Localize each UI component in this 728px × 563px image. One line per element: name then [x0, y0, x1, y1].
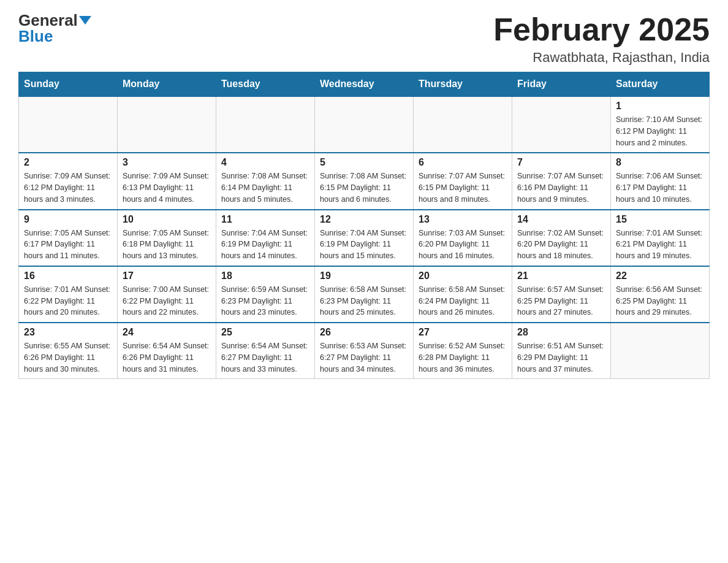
calendar-week-row: 23Sunrise: 6:55 AM Sunset: 6:26 PM Dayli… [19, 323, 710, 379]
calendar-cell [216, 96, 315, 153]
day-number: 17 [123, 270, 211, 282]
day-info: Sunrise: 7:04 AM Sunset: 6:19 PM Dayligh… [320, 228, 408, 262]
location-text: Rawatbhata, Rajasthan, India [493, 50, 710, 66]
calendar-cell: 4Sunrise: 7:08 AM Sunset: 6:14 PM Daylig… [216, 153, 315, 209]
calendar-cell: 20Sunrise: 6:58 AM Sunset: 6:24 PM Dayli… [414, 266, 512, 323]
day-info: Sunrise: 7:09 AM Sunset: 6:12 PM Dayligh… [24, 170, 112, 205]
day-info: Sunrise: 7:05 AM Sunset: 6:17 PM Dayligh… [24, 228, 112, 262]
calendar-cell: 26Sunrise: 6:53 AM Sunset: 6:27 PM Dayli… [315, 323, 414, 379]
day-info: Sunrise: 6:58 AM Sunset: 6:23 PM Dayligh… [320, 284, 408, 318]
calendar-week-row: 2Sunrise: 7:09 AM Sunset: 6:12 PM Daylig… [19, 153, 710, 209]
calendar-cell [512, 96, 611, 153]
calendar-header-row: SundayMondayTuesdayWednesdayThursdayFrid… [19, 72, 710, 97]
day-number: 14 [517, 214, 605, 225]
logo-general-text: General [18, 12, 78, 28]
day-of-week-header: Wednesday [315, 72, 414, 97]
calendar-cell: 18Sunrise: 6:59 AM Sunset: 6:23 PM Dayli… [216, 266, 315, 323]
day-number: 28 [517, 327, 605, 338]
calendar-table: SundayMondayTuesdayWednesdayThursdayFrid… [18, 72, 710, 379]
day-of-week-header: Friday [512, 72, 611, 97]
calendar-cell [414, 96, 512, 153]
logo-triangle-icon [79, 16, 91, 25]
day-info: Sunrise: 6:54 AM Sunset: 6:27 PM Dayligh… [221, 340, 309, 375]
calendar-cell: 23Sunrise: 6:55 AM Sunset: 6:26 PM Dayli… [19, 323, 118, 379]
day-info: Sunrise: 7:01 AM Sunset: 6:22 PM Dayligh… [24, 284, 112, 318]
day-number: 16 [24, 270, 112, 282]
calendar-cell: 15Sunrise: 7:01 AM Sunset: 6:21 PM Dayli… [611, 210, 710, 266]
calendar-week-row: 9Sunrise: 7:05 AM Sunset: 6:17 PM Daylig… [19, 210, 710, 266]
day-info: Sunrise: 6:56 AM Sunset: 6:25 PM Dayligh… [616, 284, 704, 318]
calendar-cell: 3Sunrise: 7:09 AM Sunset: 6:13 PM Daylig… [118, 153, 216, 209]
day-number: 11 [221, 214, 309, 225]
day-of-week-header: Saturday [611, 72, 710, 97]
day-number: 21 [517, 270, 605, 282]
day-number: 8 [616, 157, 704, 168]
calendar-cell [611, 323, 710, 379]
day-info: Sunrise: 6:53 AM Sunset: 6:27 PM Dayligh… [320, 340, 408, 375]
day-info: Sunrise: 7:05 AM Sunset: 6:18 PM Dayligh… [123, 228, 211, 262]
day-info: Sunrise: 7:06 AM Sunset: 6:17 PM Dayligh… [616, 170, 704, 205]
calendar-cell: 19Sunrise: 6:58 AM Sunset: 6:23 PM Dayli… [315, 266, 414, 323]
calendar-cell: 1Sunrise: 7:10 AM Sunset: 6:12 PM Daylig… [611, 96, 710, 153]
day-number: 25 [221, 327, 309, 338]
calendar-cell: 10Sunrise: 7:05 AM Sunset: 6:18 PM Dayli… [118, 210, 216, 266]
day-number: 10 [123, 214, 211, 225]
day-number: 24 [123, 327, 211, 338]
calendar-cell: 12Sunrise: 7:04 AM Sunset: 6:19 PM Dayli… [315, 210, 414, 266]
day-info: Sunrise: 6:52 AM Sunset: 6:28 PM Dayligh… [419, 340, 507, 375]
day-info: Sunrise: 7:02 AM Sunset: 6:20 PM Dayligh… [517, 228, 605, 262]
calendar-cell: 21Sunrise: 6:57 AM Sunset: 6:25 PM Dayli… [512, 266, 611, 323]
calendar-cell [118, 96, 216, 153]
calendar-cell: 22Sunrise: 6:56 AM Sunset: 6:25 PM Dayli… [611, 266, 710, 323]
day-info: Sunrise: 7:00 AM Sunset: 6:22 PM Dayligh… [123, 284, 211, 318]
day-number: 23 [24, 327, 112, 338]
calendar-cell: 16Sunrise: 7:01 AM Sunset: 6:22 PM Dayli… [19, 266, 118, 323]
calendar-week-row: 16Sunrise: 7:01 AM Sunset: 6:22 PM Dayli… [19, 266, 710, 323]
day-number: 5 [320, 157, 408, 168]
day-number: 2 [24, 157, 112, 168]
day-number: 15 [616, 214, 704, 225]
calendar-cell: 11Sunrise: 7:04 AM Sunset: 6:19 PM Dayli… [216, 210, 315, 266]
day-number: 7 [517, 157, 605, 168]
day-of-week-header: Tuesday [216, 72, 315, 97]
day-info: Sunrise: 7:10 AM Sunset: 6:12 PM Dayligh… [616, 114, 704, 148]
day-info: Sunrise: 7:07 AM Sunset: 6:15 PM Dayligh… [419, 170, 507, 205]
day-number: 9 [24, 214, 112, 225]
day-info: Sunrise: 7:01 AM Sunset: 6:21 PM Dayligh… [616, 228, 704, 262]
title-section: February 2025 Rawatbhata, Rajasthan, Ind… [493, 12, 710, 66]
day-info: Sunrise: 6:59 AM Sunset: 6:23 PM Dayligh… [221, 284, 309, 318]
day-number: 13 [419, 214, 507, 225]
logo-blue-text: Blue [18, 28, 53, 44]
calendar-cell: 5Sunrise: 7:08 AM Sunset: 6:15 PM Daylig… [315, 153, 414, 209]
calendar-cell: 17Sunrise: 7:00 AM Sunset: 6:22 PM Dayli… [118, 266, 216, 323]
logo: General Blue [18, 12, 91, 44]
calendar-cell: 28Sunrise: 6:51 AM Sunset: 6:29 PM Dayli… [512, 323, 611, 379]
day-info: Sunrise: 7:03 AM Sunset: 6:20 PM Dayligh… [419, 228, 507, 262]
calendar-cell: 25Sunrise: 6:54 AM Sunset: 6:27 PM Dayli… [216, 323, 315, 379]
calendar-week-row: 1Sunrise: 7:10 AM Sunset: 6:12 PM Daylig… [19, 96, 710, 153]
calendar-cell: 27Sunrise: 6:52 AM Sunset: 6:28 PM Dayli… [414, 323, 512, 379]
day-number: 26 [320, 327, 408, 338]
calendar-cell: 24Sunrise: 6:54 AM Sunset: 6:26 PM Dayli… [118, 323, 216, 379]
day-number: 1 [616, 101, 704, 112]
calendar-cell: 14Sunrise: 7:02 AM Sunset: 6:20 PM Dayli… [512, 210, 611, 266]
calendar-cell [315, 96, 414, 153]
page-header: General Blue February 2025 Rawatbhata, R… [18, 12, 710, 66]
day-info: Sunrise: 6:57 AM Sunset: 6:25 PM Dayligh… [517, 284, 605, 318]
day-info: Sunrise: 7:08 AM Sunset: 6:15 PM Dayligh… [320, 170, 408, 205]
day-of-week-header: Monday [118, 72, 216, 97]
calendar-cell: 7Sunrise: 7:07 AM Sunset: 6:16 PM Daylig… [512, 153, 611, 209]
day-number: 4 [221, 157, 309, 168]
day-number: 20 [419, 270, 507, 282]
day-number: 6 [419, 157, 507, 168]
calendar-cell: 13Sunrise: 7:03 AM Sunset: 6:20 PM Dayli… [414, 210, 512, 266]
day-number: 18 [221, 270, 309, 282]
day-info: Sunrise: 7:08 AM Sunset: 6:14 PM Dayligh… [221, 170, 309, 205]
calendar-cell: 9Sunrise: 7:05 AM Sunset: 6:17 PM Daylig… [19, 210, 118, 266]
day-number: 3 [123, 157, 211, 168]
month-title: February 2025 [493, 12, 710, 47]
calendar-cell [19, 96, 118, 153]
day-info: Sunrise: 7:09 AM Sunset: 6:13 PM Dayligh… [123, 170, 211, 205]
day-number: 27 [419, 327, 507, 338]
calendar-cell: 2Sunrise: 7:09 AM Sunset: 6:12 PM Daylig… [19, 153, 118, 209]
